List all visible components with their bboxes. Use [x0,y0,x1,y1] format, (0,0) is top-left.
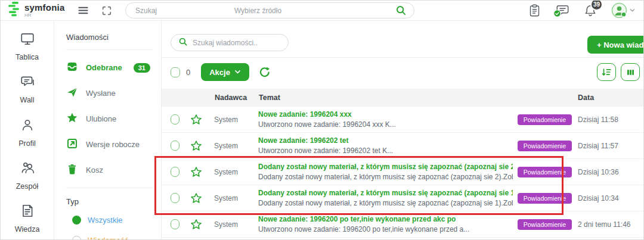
actions-button[interactable]: Akcje [201,63,249,81]
star-icon [66,112,78,126]
search-icon [178,37,188,48]
hamburger-menu-icon[interactable] [77,4,89,17]
notification-count-badge: 39 [590,0,603,11]
send-icon [66,86,78,100]
chevron-down-icon [234,70,241,74]
actions-button-label: Akcje [209,68,230,77]
sort-order-button[interactable] [597,63,616,81]
message-row[interactable]: System Dodany został nowy materiał, z kt… [162,159,643,185]
row-title[interactable]: Nowe zadanie: 1996204 xxx [258,110,513,119]
row-date: Dzisiaj 11:58 [578,116,643,124]
radio-unselected-icon [72,236,81,240]
message-row[interactable]: System Nowe zadanie: 1996202 tet Utworzo… [162,133,643,159]
app-root: symfonia HR Szukaj Wybierz źródło [0,0,644,240]
user-menu[interactable] [611,2,635,18]
star-icon[interactable] [190,114,202,126]
message-list: System Nowe zadanie: 1996204 xxx Utworzo… [162,107,643,238]
star-icon[interactable] [190,192,202,204]
row-type-badge: Powiadomienie [518,114,572,125]
row-title[interactable]: Nowe zadanie: 1996200 po ter,inie wykona… [258,215,513,223]
inbox-icon [66,61,78,74]
folder-wersje-robocze[interactable]: Wersje robocze [66,132,153,157]
messages-panel-title: Wiadomości [66,33,153,45]
search-icon[interactable] [395,5,407,16]
team-icon [20,160,35,177]
sidebar-item-wall[interactable]: Wall [1,67,54,110]
folder-wyslane[interactable]: Wysłane [66,80,153,106]
messages-panel: Wiadomości Odebrane 31 [54,21,162,240]
col-header-sender: Nadawca [215,93,259,102]
folder-label: Odebrane [86,63,122,72]
topbar-actions: 39 [528,2,643,18]
document-icon [20,203,35,220]
fullscreen-icon[interactable] [101,5,112,16]
row-date: Dzisiaj 10:36 [578,168,643,176]
folder-label: Ulubione [86,114,116,123]
row-sender: System [214,168,258,176]
new-message-button[interactable]: + Nowa wiadomość [587,36,644,54]
row-snippet: Utworzono nowe zadanie: 1996200 po ter,i… [258,225,513,233]
view-toggles [597,63,644,81]
sidebar-item-label: Wiedza [15,225,40,233]
row-checkbox[interactable] [171,167,179,177]
star-icon[interactable] [190,166,202,178]
main-content: Szukaj wiadomości.. + Nowa wiadomość 0 A… [162,21,643,240]
row-sender: System [214,116,258,124]
type-option-label: Wszystkie [88,216,123,225]
row-title[interactable]: Nowe zadanie: 1996202 tet [258,136,513,145]
sidebar-item-label: Zespół [16,182,39,191]
row-checkbox[interactable] [171,219,179,229]
row-title[interactable]: Dodany został nowy materiał, z którym mu… [258,163,513,171]
star-icon[interactable] [190,219,202,230]
col-header-subject: Temat [259,93,578,102]
message-row[interactable]: System Nowe zadanie: 1996204 xxx Utworzo… [162,107,643,133]
trash-icon [66,163,78,177]
row-date: Dzisiaj 10:34 [578,194,643,202]
logo[interactable]: symfonia HR [8,1,67,20]
check-badge-icon [553,10,561,17]
message-search-placeholder: Szukaj wiadomości.. [193,39,258,47]
clipboard-icon[interactable] [528,4,541,17]
avatar-icon [611,2,627,18]
select-all-checkbox[interactable] [171,67,180,77]
sidebar-item-tablica[interactable]: Tablica [1,24,54,67]
type-option-wszystkie[interactable]: Wszystkie [66,210,153,230]
row-checkbox[interactable] [171,114,179,124]
bell-icon[interactable]: 39 [584,4,597,17]
sidebar-item-wiedza[interactable]: Wiedza [1,197,54,240]
row-title[interactable]: Dodany został nowy materiał, z którym mu… [258,189,513,197]
source-select-placeholder[interactable]: Wybierz źródło [126,7,390,15]
refresh-icon[interactable] [259,66,271,78]
row-checkbox[interactable] [171,193,179,203]
sidebar-item-zespol[interactable]: Zespół [1,154,54,197]
folder-kosz[interactable]: Kosz [66,157,153,183]
draft-icon [66,138,78,151]
divider [162,57,643,58]
divider [66,188,153,188]
message-row[interactable]: System Dodany został nowy materiał, z kt… [162,185,643,211]
message-row[interactable]: System Nowe zadanie: 1996200 po ter,inie… [162,211,643,238]
table-header: Nadawca Temat Data [162,89,643,107]
type-option-wiadomosc[interactable]: Wiadomość [66,230,153,240]
row-checkbox[interactable] [171,141,179,151]
global-search-bar[interactable]: Szukaj Wybierz źródło [125,2,414,18]
type-option-label: Wiadomość [88,236,128,240]
chat-check-icon[interactable] [555,4,569,17]
star-icon[interactable] [190,140,202,152]
row-type-badge: Powiadomienie [518,141,572,151]
message-search-input[interactable]: Szukaj wiadomości.. [171,34,289,51]
folder-label: Wysłane [86,89,116,98]
radio-selected-icon [72,216,81,225]
folder-odebrane[interactable]: Odebrane 31 [66,55,153,80]
columns-view-button[interactable] [621,63,640,81]
person-icon [20,117,35,135]
type-section-title: Typ [66,193,153,210]
sidebar-item-profil[interactable]: Profil [1,111,54,154]
divider [66,49,153,50]
folder-ulubione[interactable]: Ulubione [66,106,153,132]
symfonia-logo-icon [8,1,20,20]
row-type-badge: Powiadomienie [518,193,572,204]
icon-sidebar: Tablica Wall Profil [1,21,54,240]
sidebar-item-label: Profil [18,139,35,148]
sidebar-item-label: Wall [20,96,35,104]
